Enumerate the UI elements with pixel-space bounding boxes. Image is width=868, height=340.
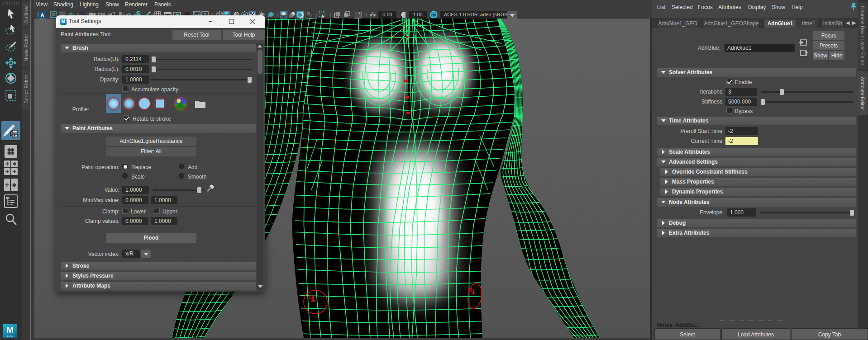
svg-text:A: A (41, 12, 44, 18)
svg-text:ON: ON (431, 13, 436, 17)
